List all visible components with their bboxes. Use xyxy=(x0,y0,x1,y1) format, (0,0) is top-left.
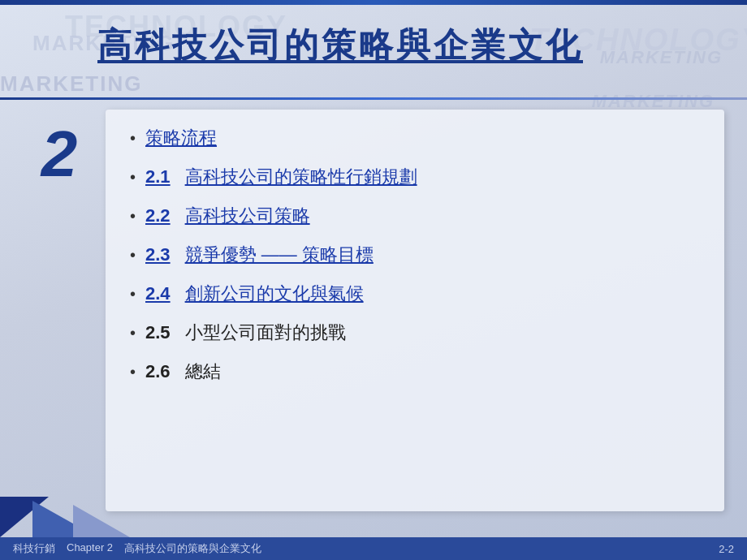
content-card: • 策略流程 • 2.1高科技公司的策略性行銷規劃 • 2.2高科技公司策略 •… xyxy=(106,110,724,511)
link-item-1[interactable]: 2.1高科技公司的策略性行銷規劃 xyxy=(145,165,417,189)
bullet-3: • xyxy=(130,246,136,265)
watermark-marketing-2: MARKETING xyxy=(0,71,142,97)
plain-item-5: 2.5小型公司面對的挑戰 xyxy=(145,321,346,345)
footer-left: 科技行銷 Chapter 2 高科技公司的策略與企業文化 xyxy=(13,541,261,556)
footer-course: 科技行銷 xyxy=(13,541,55,556)
section-num-5: 2.5 xyxy=(145,322,171,342)
bullet-4: • xyxy=(130,285,136,304)
bullet-2: • xyxy=(130,207,136,226)
list-item: • 2.3競爭優勢 —— 策略目標 xyxy=(130,243,700,267)
link-item-4[interactable]: 2.4創新公司的文化與氣候 xyxy=(145,282,364,306)
plain-item-6: 2.6總結 xyxy=(145,360,221,384)
link-item-2[interactable]: 2.2高科技公司策略 xyxy=(145,204,310,228)
footer-chapter-title: 高科技公司的策略與企業文化 xyxy=(124,541,261,556)
list-item: • 策略流程 xyxy=(130,126,700,150)
link-item-0[interactable]: 策略流程 xyxy=(145,126,217,150)
bullet-1: • xyxy=(130,168,136,187)
footer-page: 2-2 xyxy=(719,543,734,555)
slide-container: TECHNOLOGY MARKETING Technology Marketin… xyxy=(0,0,747,560)
chapter-number-block: 2 xyxy=(23,118,96,191)
footer-bar: 科技行銷 Chapter 2 高科技公司的策略與企業文化 2-2 xyxy=(0,537,747,560)
title-divider xyxy=(0,97,747,100)
bullet-6: • xyxy=(130,363,136,381)
section-num-2: 2.2 xyxy=(145,205,171,226)
footer-chapter: Chapter 2 xyxy=(67,541,113,556)
section-num-3: 2.3 xyxy=(145,244,171,265)
list-item: • 2.2高科技公司策略 xyxy=(130,204,700,228)
list-item: • 2.1高科技公司的策略性行銷規劃 xyxy=(130,165,700,189)
list-item: • 2.6總結 xyxy=(130,360,700,384)
bullet-5: • xyxy=(130,324,136,342)
deco-triangle-light xyxy=(73,505,130,537)
section-num-4: 2.4 xyxy=(145,283,171,304)
list-item: • 2.4創新公司的文化與氣候 xyxy=(130,282,700,306)
chapter-number-text: 2 xyxy=(41,122,78,187)
content-list: • 策略流程 • 2.1高科技公司的策略性行銷規劃 • 2.2高科技公司策略 •… xyxy=(130,126,700,384)
top-accent-line xyxy=(0,0,747,5)
link-item-3[interactable]: 2.3競爭優勢 —— 策略目標 xyxy=(145,243,374,267)
list-item: • 2.5小型公司面對的挑戰 xyxy=(130,321,700,345)
bullet-0: • xyxy=(130,129,136,148)
slide-title: 高科技公司的策略與企業文化 xyxy=(97,26,583,64)
section-num-6: 2.6 xyxy=(145,361,171,381)
section-num-1: 2.1 xyxy=(145,166,171,187)
title-area: 高科技公司的策略與企業文化 xyxy=(97,23,715,68)
